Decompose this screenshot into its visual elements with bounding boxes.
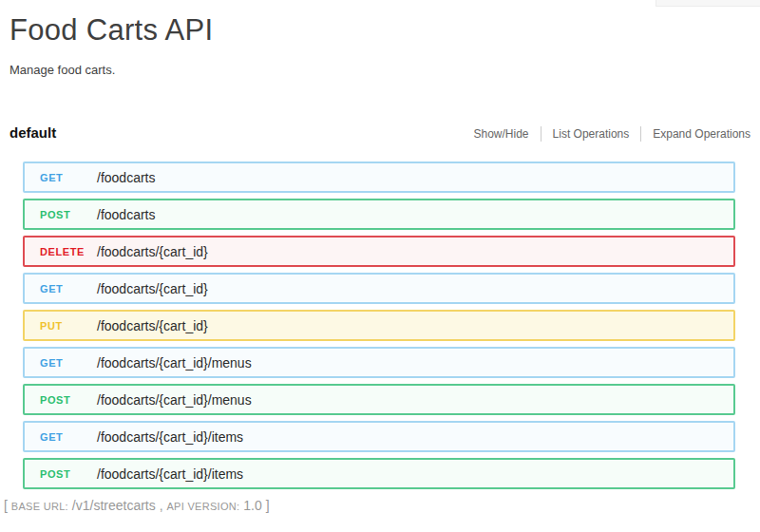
method-badge: POST: [40, 394, 95, 406]
api-version-label: API VERSION:: [166, 501, 239, 512]
base-url-value: /v1/streetcarts: [68, 498, 156, 513]
method-badge: PUT: [40, 320, 95, 332]
method-badge: GET: [40, 172, 95, 183]
endpoint-list: GET /foodcarts POST /foodcarts DELETE /f…: [23, 162, 735, 489]
method-badge: DELETE: [40, 246, 95, 257]
footer-close-bracket: ]: [262, 498, 270, 513]
endpoint-row-get-items[interactable]: GET /foodcarts/{cart_id}/items: [23, 421, 735, 452]
section-name[interactable]: default: [10, 124, 56, 141]
endpoint-row-delete-foodcart[interactable]: DELETE /foodcarts/{cart_id}: [23, 236, 735, 267]
endpoint-path[interactable]: /foodcarts/{cart_id}: [97, 281, 208, 296]
endpoint-path[interactable]: /foodcarts/{cart_id}/menus: [97, 392, 252, 408]
endpoint-path[interactable]: /foodcarts: [97, 170, 155, 185]
base-url-label: BASE URL:: [11, 501, 68, 512]
endpoint-row-post-menus[interactable]: POST /foodcarts/{cart_id}/menus: [23, 384, 735, 415]
endpoint-row-put-foodcart[interactable]: PUT /foodcarts/{cart_id}: [23, 310, 735, 341]
endpoint-row-get-foodcart[interactable]: GET /foodcarts/{cart_id}: [23, 273, 735, 304]
expand-operations-link[interactable]: Expand Operations: [641, 127, 750, 141]
endpoint-path[interactable]: /foodcarts/{cart_id}/items: [97, 466, 243, 482]
method-badge: GET: [40, 357, 95, 369]
page-title: Food Carts API: [10, 13, 750, 48]
endpoint-path[interactable]: /foodcarts/{cart_id}/menus: [97, 355, 252, 370]
endpoint-row-post-foodcarts[interactable]: POST /foodcarts: [23, 199, 735, 230]
endpoint-row-post-items[interactable]: POST /foodcarts/{cart_id}/items: [23, 458, 735, 489]
method-badge: GET: [40, 283, 95, 294]
page-subtitle: Manage food carts.: [10, 63, 750, 77]
scrollbar-track-remnant: [656, 0, 760, 7]
section-header: default Show/Hide List Operations Expand…: [10, 124, 750, 142]
method-badge: POST: [40, 468, 95, 480]
endpoint-path[interactable]: /foodcarts/{cart_id}: [97, 318, 208, 333]
section-actions: Show/Hide List Operations Expand Operati…: [474, 126, 750, 142]
footer-separator: ,: [156, 498, 167, 513]
footer-open-bracket: [: [4, 498, 11, 513]
show-hide-link[interactable]: Show/Hide: [474, 127, 541, 141]
method-badge: POST: [40, 209, 95, 220]
method-badge: GET: [40, 431, 95, 443]
endpoint-path[interactable]: /foodcarts: [97, 207, 155, 222]
endpoint-path[interactable]: /foodcarts/{cart_id}: [97, 244, 208, 259]
api-docs-page: Food Carts API Manage food carts. defaul…: [0, 13, 760, 513]
api-version-value: 1.0: [239, 498, 261, 513]
list-operations-link[interactable]: List Operations: [542, 127, 641, 141]
api-base-url-footer: [ BASE URL: /v1/streetcarts , API VERSIO…: [4, 498, 750, 513]
endpoint-row-get-foodcarts[interactable]: GET /foodcarts: [23, 162, 735, 193]
endpoint-row-get-menus[interactable]: GET /foodcarts/{cart_id}/menus: [23, 347, 735, 378]
endpoint-path[interactable]: /foodcarts/{cart_id}/items: [97, 429, 243, 445]
